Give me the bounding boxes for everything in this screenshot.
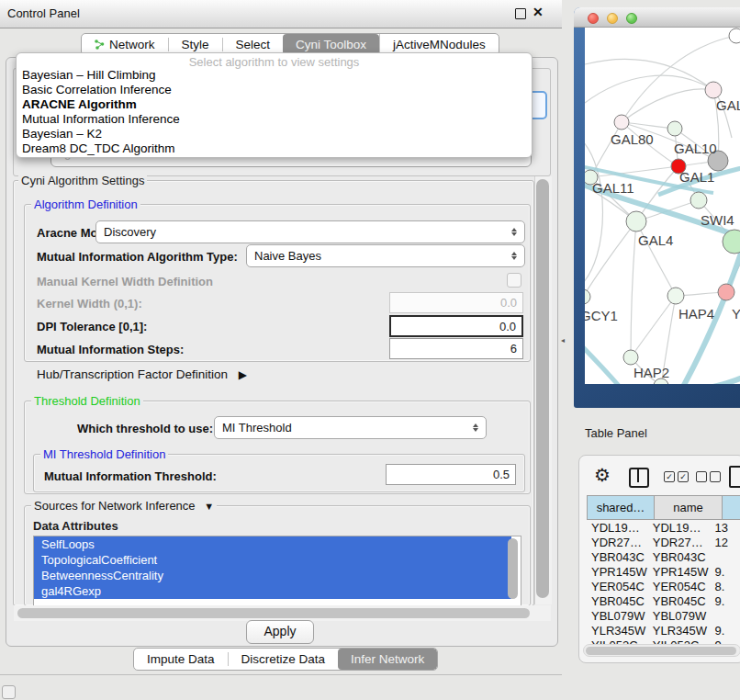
node-green-upper[interactable] [667,121,682,136]
kernel-width-field[interactable]: 0.0 [389,292,523,313]
node-gal80[interactable] [614,115,629,130]
list-item-betweennesscentrality[interactable]: BetweennessCentrality [34,568,511,583]
table-panel: ⚙ ✓ ✓ shared… name A YDL19…YDL19…13YDR27… [578,455,740,663]
table-cell: YLR345W [587,624,648,638]
unchecked-box-icon [696,471,707,482]
manual-kernel-checkbox[interactable] [507,273,521,288]
node-hap2[interactable] [623,350,638,365]
gear-icon[interactable]: ⚙ [594,466,611,484]
aracne-mode-combo[interactable]: Discovery [95,220,525,243]
network-canvas[interactable]: GALGAL80GAL10GAL1GAL11SWI4GAL4GCY1HAP4YH… [585,28,740,384]
network-view-window[interactable]: GALGAL80GAL10GAL1GAL11SWI4GAL4GCY1HAP4YH… [574,7,740,408]
list-item-selfloops[interactable]: SelfLoops [34,536,511,552]
table-cell: YPR145W [587,565,648,580]
tab-infer-network[interactable]: Infer Network [338,649,437,670]
network-edge[interactable] [622,122,675,129]
sources-group-title[interactable]: Sources for Network Inference ▼ [31,499,217,513]
node-label: Y [732,306,740,322]
node-pink-right[interactable] [718,284,734,300]
network-edge[interactable] [585,221,636,297]
table-row[interactable]: YBL079WYBL079W [587,609,740,624]
tab-impute-data[interactable]: Impute Data [134,649,228,670]
column-header-partial[interactable]: A [723,495,740,520]
dpi-tolerance-label: DPI Tolerance [0,1]: [37,320,147,333]
data-attributes-list[interactable]: SelfLoops TopologicalCoefficient Between… [33,536,521,606]
expand-right-icon: ▶ [239,368,247,381]
node-label: SWI4 [701,212,734,228]
network-edge[interactable] [631,221,636,357]
table-row[interactable]: YBR043CYBR043C [587,550,740,565]
column-header-shared[interactable]: shared… [587,495,655,520]
table-cell: 9. [710,565,740,580]
dropdown-item-dream8[interactable]: Dream8 DC_TDC Algorithm [17,141,532,156]
node-gcy1[interactable] [585,289,590,304]
apply-button[interactable]: Apply [246,620,314,644]
dropdown-prompt: Select algorithm to view settings [17,55,532,68]
float-window-icon[interactable] [515,8,526,19]
table-row[interactable]: YLR345WYLR345W9. [587,624,740,638]
hub-definition-toggle[interactable]: Hub/Transcription Factor Definition ▶ [37,367,247,381]
network-edge[interactable] [622,89,713,122]
table-cell: YBR043C [587,550,648,565]
table-cell: YER054C [587,580,648,594]
minimize-traffic-light[interactable] [607,13,618,24]
network-edge[interactable] [631,296,676,357]
table-horizontal-scrollbar-thumb[interactable] [586,647,736,655]
dropdown-item-mutual-information[interactable]: Mutual Information Inference [17,112,532,127]
zoom-traffic-light[interactable] [626,13,637,24]
dropdown-item-aracne[interactable]: ARACNE Algorithm [17,97,532,112]
tab-discretize-data[interactable]: Discretize Data [229,649,339,670]
mi-threshold-field[interactable]: 0.5 [386,464,516,485]
settings-vertical-scrollbar-thumb[interactable] [536,179,549,598]
splitter-collapse-icon[interactable]: ◂ [561,336,565,344]
which-threshold-combo[interactable]: MI Threshold [214,416,487,439]
list-item-topologicalcoefficient[interactable]: TopologicalCoefficient [34,552,511,568]
table-row[interactable]: YER054CYER054C8. [587,580,740,594]
list-scrollbar[interactable] [508,538,518,599]
column-header-name[interactable]: name [655,495,723,520]
node-pink-top[interactable] [705,82,722,98]
table-cell: YBL079W [648,609,710,624]
table-row[interactable]: YBR045CYBR045C9. [587,594,740,609]
select-all-checkboxes-icon[interactable]: ✓ ✓ [664,471,689,482]
table-row[interactable]: YPR145WYPR145W9. [587,565,740,580]
unchecked-box-icon [710,471,721,482]
mi-steps-label: Mutual Information Steps: [37,343,184,356]
deselect-all-checkboxes-icon[interactable] [696,471,721,482]
node-gal4[interactable] [626,211,646,231]
network-edge[interactable] [585,59,713,90]
node-label: GAL10 [674,141,717,156]
table-row[interactable]: YDL19…YDL19…13 [587,521,740,536]
table-cell: YLR345W [648,624,710,638]
mi-type-combo[interactable]: Naive Bayes [246,244,525,267]
collapse-down-icon: ▼ [204,501,214,512]
dropdown-item-bayesian-hill-climbing[interactable]: Bayesian – Hill Climbing [17,68,532,83]
mi-steps-field[interactable]: 6 [389,338,523,359]
table-cell: 9. [710,624,740,638]
table-rows: YDL19…YDL19…13YDR27…YDR27…12YBR043CYBR04… [587,521,740,644]
node-hap4[interactable] [667,288,684,304]
settings-horizontal-scrollbar-thumb[interactable] [17,608,530,618]
close-icon[interactable]: ✕ [533,5,544,19]
node-label: GAL [716,97,740,113]
network-window-titlebar[interactable] [574,7,740,28]
threshold-definition-title: Threshold Definition [31,394,143,408]
table-cell: YBL079W [587,609,648,624]
dpi-tolerance-field[interactable]: 0.0 [389,315,523,337]
window-grip[interactable] [2,685,16,699]
bottom-tabbar: Impute Data Discretize Data Infer Networ… [133,648,438,671]
node-label: GAL11 [592,180,634,196]
dropdown-item-basic-correlation[interactable]: Basic Correlation Inference [17,83,532,97]
node-label: HAP4 [678,306,714,322]
node-top[interactable] [729,28,740,43]
columns-icon[interactable] [629,468,649,488]
node-label: GAL80 [611,131,654,147]
dropdown-item-bayesian-k2[interactable]: Bayesian – K2 [17,127,532,141]
close-traffic-light[interactable] [588,13,599,24]
table-row[interactable]: YDR27…YDR27…12 [587,536,740,550]
node-gal1[interactable] [690,192,707,209]
node-label: GAL1 [679,169,714,185]
list-item-gal4rgexp[interactable]: gal4RGexp [34,583,511,599]
new-table-icon[interactable] [729,466,740,488]
table-horizontal-scrollbar[interactable] [583,644,740,657]
